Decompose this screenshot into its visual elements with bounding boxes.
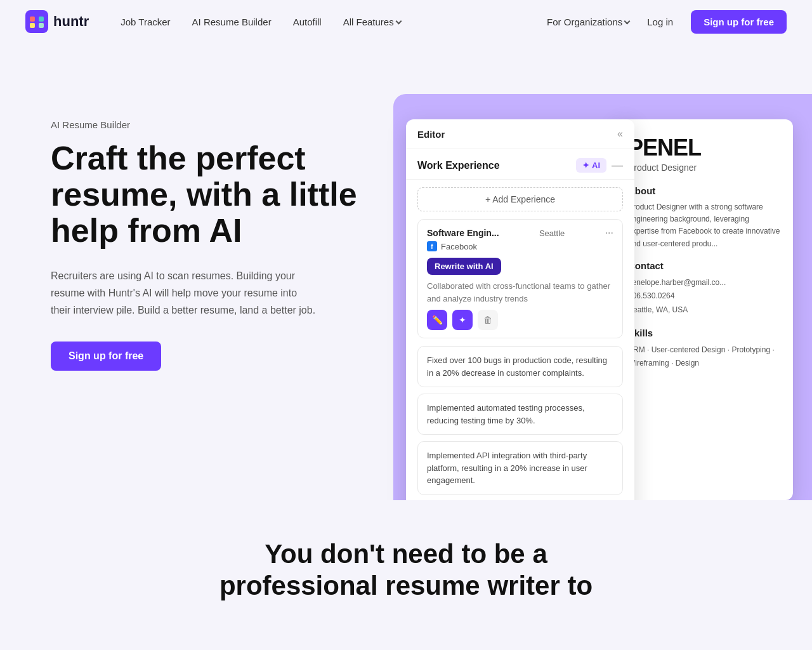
resume-role: Product Designer: [628, 162, 780, 173]
hero-left: AI Resume Builder Craft the perfect resu…: [51, 81, 368, 371]
hero-subtitle: AI Resume Builder: [51, 119, 368, 130]
logo-link[interactable]: huntr: [25, 10, 89, 33]
resume-contact-info: penelope.harber@gmail.co... 206.530.0264…: [628, 276, 780, 317]
experience-menu-icon[interactable]: ···: [605, 227, 613, 239]
edit-trash-button[interactable]: 🗑: [478, 310, 498, 330]
resume-about-title: About: [628, 185, 780, 196]
resume-contact-title: Contact: [628, 260, 780, 271]
section-title: Work Experience: [417, 160, 500, 171]
edit-pencil-button[interactable]: ✏️: [427, 310, 447, 330]
section-actions: ✦ AI —: [576, 158, 623, 173]
chevron-down-icon: [395, 18, 402, 24]
hero-description: Recruiters are using AI to scan resumes.…: [51, 267, 317, 319]
nav-autofill[interactable]: Autofill: [284, 11, 331, 32]
nav-links: Job Tracker AI Resume Builder Autofill A…: [112, 11, 547, 32]
svg-rect-2: [39, 17, 44, 22]
hero-signup-button[interactable]: Sign up for free: [51, 342, 161, 371]
nav-signup-button[interactable]: Sign up for free: [691, 10, 787, 34]
nav-right: For Organizations Log in Sign up for fre…: [547, 10, 787, 34]
nav-for-organizations[interactable]: For Organizations: [547, 17, 629, 27]
add-experience-button[interactable]: + Add Experience: [417, 187, 623, 211]
hero-mockup: PENEL Product Designer About Product Des…: [393, 94, 812, 500]
resume-panel: PENEL Product Designer About Product Des…: [615, 119, 793, 500]
resume-name: PENEL: [628, 135, 780, 161]
experience-description: Collaborated with cross-functional teams…: [427, 280, 613, 305]
editor-body: Work Experience ✦ AI — + Add Experience …: [406, 149, 634, 500]
svg-rect-4: [39, 23, 44, 28]
nav-all-features[interactable]: All Features: [334, 11, 410, 32]
rewrite-popup[interactable]: Rewrite with AI: [427, 258, 501, 275]
logo-icon: [25, 10, 48, 33]
editor-collapse-button[interactable]: «: [617, 128, 623, 140]
sparkle-icon: ✦: [582, 161, 589, 170]
collapse-section-icon[interactable]: —: [612, 159, 623, 172]
hero-section: AI Resume Builder Craft the perfect resu…: [0, 43, 812, 500]
bottom-section: You don't need to be a professional resu…: [0, 500, 812, 628]
experience-card: Software Engin... Seattle ··· f Facebook…: [417, 219, 623, 338]
resume-skills-text: ARM · User-centered Design · Prototyping…: [628, 343, 780, 371]
bullet-card-2: Implemented automated testing processes,…: [417, 394, 623, 435]
bullet-text-1: Fixed over 100 bugs in production code, …: [427, 354, 613, 379]
editor-title: Editor: [417, 129, 445, 140]
experience-top: Software Engin... Seattle ···: [427, 227, 613, 239]
experience-company: f Facebook: [427, 241, 613, 251]
bottom-title: You don't need to be a professional resu…: [184, 538, 628, 602]
bullet-text-3: Implemented API integration with third-p…: [427, 449, 613, 487]
work-experience-header: Work Experience ✦ AI —: [406, 149, 634, 180]
nav-job-tracker[interactable]: Job Tracker: [112, 11, 179, 32]
svg-rect-3: [30, 23, 35, 28]
hero-title: Craft the perfect resume, with a little …: [51, 140, 368, 249]
svg-rect-0: [25, 10, 48, 33]
resume-about-text: Product Designer with a strong software …: [628, 201, 780, 250]
svg-rect-1: [30, 17, 35, 22]
nav-login-link[interactable]: Log in: [639, 11, 681, 32]
logo-text: huntr: [53, 13, 89, 30]
nav-ai-resume-builder[interactable]: AI Resume Builder: [183, 11, 280, 32]
bullet-card-1: Fixed over 100 bugs in production code, …: [417, 346, 623, 387]
navigation: huntr Job Tracker AI Resume Builder Auto…: [0, 0, 812, 43]
editor-header: Editor «: [406, 119, 634, 149]
edit-ai-button[interactable]: ✦: [452, 310, 473, 330]
resume-skills-title: Skills: [628, 328, 780, 338]
bullet-text-2: Implemented automated testing processes,…: [427, 402, 613, 427]
edit-actions: ✏️ ✦ 🗑: [427, 310, 613, 330]
job-title: Software Engin...: [427, 228, 499, 238]
ai-badge[interactable]: ✦ AI: [576, 158, 606, 173]
bullet-card-3: Implemented API integration with third-p…: [417, 441, 623, 495]
job-location: Seattle: [539, 229, 565, 238]
chevron-down-icon: [624, 18, 631, 24]
facebook-icon: f: [427, 241, 437, 251]
editor-window: Editor « Work Experience ✦ AI — + Add Ex…: [406, 119, 634, 500]
